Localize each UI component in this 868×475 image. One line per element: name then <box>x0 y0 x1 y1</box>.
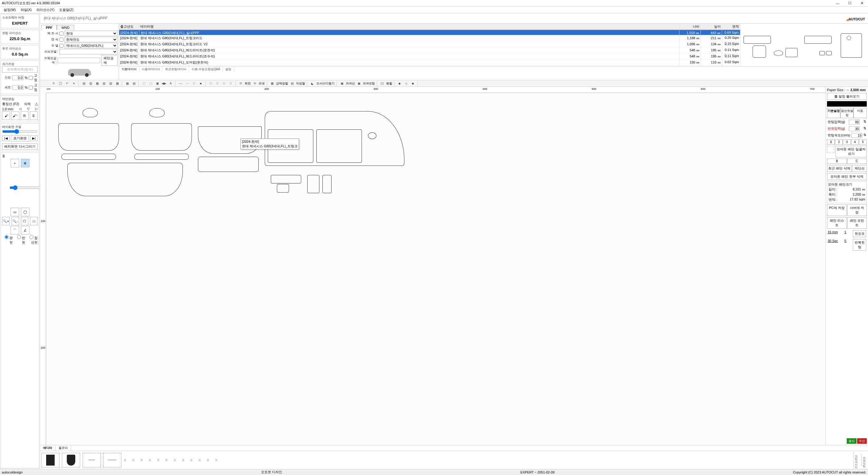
delete-recent-button[interactable]: 최근 패턴 삭제 <box>827 165 851 172</box>
width-lock-checkbox[interactable] <box>29 76 33 80</box>
reline-button[interactable]: 재단선 <box>852 165 867 172</box>
save-server-button[interactable]: 서버에 저장 <box>847 204 867 216</box>
square-outline-icon[interactable]: □ <box>191 81 197 86</box>
model-checkbox[interactable] <box>60 44 63 48</box>
table-row[interactable]: [2024-현재]현대 제네시스 G80(3세대,FL)_헤드라이트(운전석)5… <box>119 48 741 54</box>
interval-count[interactable]: 5 <box>845 239 846 250</box>
rotate2-icon[interactable]: ⟲ <box>252 81 257 86</box>
rtab-dotted[interactable]: 점선컷설정 <box>840 108 854 118</box>
window-minimize-button[interactable]: — <box>832 0 844 7</box>
stepper-icon-3[interactable]: ⇅ <box>863 133 866 138</box>
cut-full-radio[interactable]: 완 컷 <box>2 235 13 245</box>
paint-fill-icon[interactable]: 🖌 <box>2 112 10 120</box>
tab-c[interactable]: C <box>847 158 867 164</box>
outline-icon[interactable]: ▣ <box>339 81 345 86</box>
text-icon[interactable]: A <box>168 81 173 86</box>
col-height[interactable]: 높이 <box>701 24 722 29</box>
send-badge[interactable]: 송신 <box>847 438 857 444</box>
square-fill-icon[interactable]: ■ <box>198 81 204 86</box>
reset-view-button[interactable]: 초기화면 <box>11 135 29 142</box>
thumb-solid[interactable] <box>41 453 60 467</box>
box2-icon[interactable]: □ <box>215 81 220 86</box>
chamfer-icon[interactable]: ◣ <box>310 81 315 86</box>
height-input[interactable] <box>12 85 23 90</box>
box4-icon[interactable]: □ <box>228 81 234 86</box>
box3-icon[interactable]: □ <box>221 81 227 86</box>
triangle-up-icon[interactable]: △ <box>35 102 38 106</box>
select-all-icon[interactable]: ⬚ <box>141 81 147 86</box>
keyword-input[interactable] <box>58 58 100 63</box>
color-swatch[interactable] <box>827 101 867 107</box>
window-close-button[interactable]: ✕ <box>856 0 868 7</box>
col-width[interactable]: 너비 <box>680 24 701 29</box>
line-dashed-icon[interactable]: ┄ <box>185 81 190 86</box>
cutoff-button[interactable]: 컷오프 <box>853 230 866 237</box>
paste-icon[interactable]: 📋 <box>58 81 63 86</box>
thumb-dashed-1[interactable]: ┄┄┄ <box>83 453 101 467</box>
pattern-print-button[interactable]: 패턴 프린트 <box>847 217 867 229</box>
rect-icon[interactable]: ▭ <box>11 208 19 216</box>
menu-license[interactable]: 라이선스(Y) <box>34 7 57 13</box>
subtab-settings[interactable]: 설정 <box>223 66 234 72</box>
subtab-recent[interactable]: 최근컷팅데이터 <box>163 66 189 72</box>
cut-pressure-input[interactable] <box>849 120 860 124</box>
col-area[interactable]: 면적 <box>722 24 741 29</box>
align-bottom-icon[interactable]: ▩ <box>115 81 120 86</box>
table-row[interactable]: [2024-현재]현대 제네시스 G80(3세대,FL)_트렁크리드1,188 … <box>119 35 741 41</box>
rtab-move[interactable]: 이동 <box>854 108 867 118</box>
crop-icon[interactable]: ▣ <box>155 81 160 86</box>
align-left-icon[interactable]: ▤ <box>81 81 87 86</box>
align-top-icon[interactable]: ▧ <box>101 81 106 86</box>
subtab-review[interactable]: 리뷰,수정요청및Q&A <box>189 66 223 72</box>
drawing-area[interactable]: [2024-현재] 현대 제네시스 G80(3세대,FL)_트렁크 <box>46 93 826 445</box>
maker-checkbox[interactable] <box>60 32 63 35</box>
split-icon[interactable]: ▯▯ <box>379 81 385 86</box>
undo-icon[interactable]: ↶ <box>64 81 70 86</box>
outline-plus-icon[interactable]: ▣ <box>356 81 362 86</box>
page-5[interactable]: 5 <box>859 140 867 145</box>
line-solid-icon[interactable]: — <box>178 81 183 86</box>
zoom-out-icon[interactable]: 🔍- <box>11 217 19 225</box>
tab-plotter[interactable]: 플로터 <box>56 445 71 451</box>
tab-editor[interactable]: 에디터 <box>40 445 56 451</box>
page-4[interactable]: 4 <box>851 140 859 145</box>
menu-file[interactable]: 파일(X) <box>18 7 34 13</box>
extra3-icon[interactable]: ◆ <box>410 81 415 86</box>
extra2-icon[interactable]: ◇ <box>403 81 409 86</box>
submodel-select[interactable] <box>60 49 118 54</box>
zoom-in-icon[interactable]: 🔍+ <box>2 217 10 225</box>
table-row[interactable]: [2024-현재]현대 제네시스 G80(3세대,FL)_헤드라이트(조수석)5… <box>119 54 741 60</box>
cut-dot-radio[interactable]: 점선컷 <box>27 235 38 245</box>
plus-icon[interactable]: ＋ <box>11 159 19 167</box>
grid-icon[interactable]: ▦ <box>124 81 130 86</box>
next-view-button[interactable]: ▶| <box>30 136 38 141</box>
thumb-curve[interactable] <box>62 453 80 467</box>
window-maximize-button[interactable]: ☐ <box>844 0 856 7</box>
model-select[interactable]: 제네시스_G80(3세대,FL) <box>65 43 118 48</box>
rtab-basic[interactable]: 기본설정 <box>827 108 840 118</box>
pattern-list-button[interactable]: 패턴 리스트 <box>827 217 847 229</box>
col-year[interactable]: 출고년도 <box>119 24 139 29</box>
angle-icon[interactable]: ∠ <box>21 226 29 234</box>
page-1[interactable]: 1 <box>827 140 835 145</box>
height-lock-checkbox[interactable] <box>29 86 33 90</box>
repeat-button[interactable]: 반복컷팅 <box>853 239 866 250</box>
canvas[interactable]: cm 100 200 300 400 500 600 700 100 200 <box>40 87 826 445</box>
save-pc-button[interactable]: PC에 저장 <box>827 204 847 216</box>
width-input[interactable] <box>12 75 23 80</box>
col-name[interactable]: 데이터명 <box>139 24 680 29</box>
box1-icon[interactable]: □ <box>208 81 213 86</box>
page-3[interactable]: 3 <box>843 140 851 145</box>
prev-view-button[interactable]: |◀ <box>2 136 10 141</box>
delete-all-button[interactable]: 모아둔 패턴 전부 삭제 <box>827 173 867 180</box>
align-right-icon[interactable]: ▦ <box>94 81 100 86</box>
polygon-icon[interactable]: ⬠ <box>21 217 29 225</box>
copy-icon[interactable]: ⎘ <box>51 81 57 86</box>
table-body[interactable]: [2024-현재]현대 제네시스 G80(3세대,FL)_실내PPF1,559 … <box>119 30 741 66</box>
delete-label[interactable]: 삭제 <box>24 102 31 106</box>
triangle-down-icon[interactable]: ▽ <box>27 107 29 111</box>
menu-settings[interactable]: 설정(W) <box>1 7 18 13</box>
tab-ppf[interactable]: PPF <box>41 25 57 30</box>
interval-value[interactable]: 30 Sec <box>828 239 838 250</box>
table-row[interactable]: [2024-현재]현대 제네시스 G80(3세대,FL)_트렁크리드 V21,0… <box>119 41 741 48</box>
